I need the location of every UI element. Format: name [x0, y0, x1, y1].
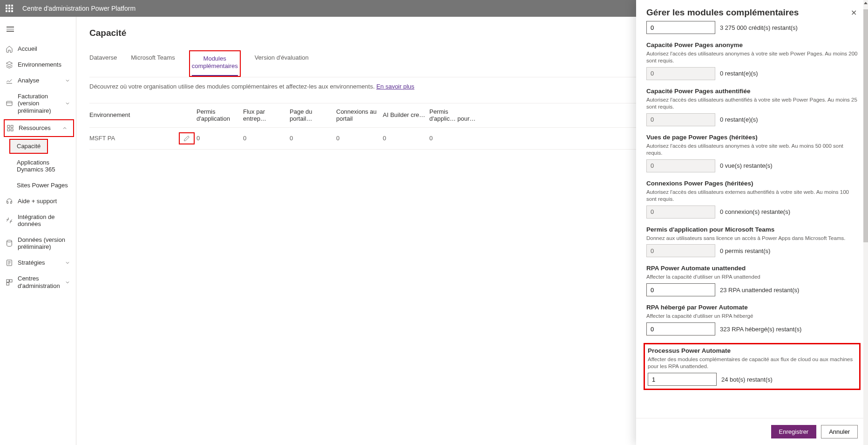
section-desc: Donnez aux utilisateurs sans licence un … [646, 235, 858, 242]
app-title: Centre d'administration Power Platform [22, 5, 136, 12]
nav-label: Centres d'administration [18, 275, 60, 289]
layers-icon [6, 61, 13, 68]
section-desc: Affecter des modules complémentaires de … [648, 356, 856, 370]
nav-powerpages[interactable]: Sites Power Pages [0, 178, 76, 193]
remaining-text: 3 275 000 crédit(s) restant(s) [720, 24, 798, 31]
nav-centres[interactable]: Centres d'administration [0, 271, 76, 294]
sidebar: Accueil Environnements Analyse Facturati… [0, 17, 76, 445]
panel-section: Capacité Power Pages anonymeAutorisez l'… [646, 41, 858, 80]
nav-label: Analyse [18, 77, 60, 84]
svg-rect-9 [7, 282, 9, 285]
tab-evaluation[interactable]: Version d'évaluation [255, 50, 309, 77]
svg-rect-0 [7, 101, 12, 105]
svg-rect-2 [11, 125, 13, 128]
database-icon [6, 240, 13, 247]
capacity-input[interactable] [646, 21, 715, 34]
scrollbar[interactable] [863, 0, 868, 445]
svg-rect-4 [11, 129, 13, 131]
hamburger-menu[interactable] [0, 21, 76, 38]
panel-section: Vues de page Power Pages (héritées)Autor… [646, 134, 858, 172]
chevron-down-icon [65, 260, 70, 266]
chevron-up-icon [62, 125, 68, 131]
remaining-text: 23 RPA unattended restant(s) [720, 287, 799, 294]
chevron-down-icon [65, 280, 70, 285]
remaining-text: 323 RPA hébergé(s) restant(s) [720, 326, 801, 333]
close-button[interactable]: ✕ [850, 7, 858, 18]
section-title: RPA hébergé par Power Automate [646, 304, 858, 311]
cell-value: 0 [383, 135, 429, 142]
nav-aide[interactable]: Aide + support [0, 193, 76, 209]
manage-addons-panel: Gérer les modules complémentaires ✕ 3 27… [636, 0, 868, 445]
svg-rect-7 [7, 280, 9, 282]
learn-more-link[interactable]: En savoir plus [376, 83, 414, 90]
resources-icon [7, 124, 14, 132]
scrollbar-up-icon[interactable] [864, 2, 868, 4]
env-cell: MSFT PA [89, 132, 197, 144]
panel-title: Gérer les modules complémentaires [646, 7, 799, 18]
capacity-input [646, 67, 715, 80]
remaining-text: 0 vue(s) restante(s) [720, 162, 773, 169]
panel-header: Gérer les modules complémentaires ✕ [636, 0, 868, 21]
nav-label: Capacité [17, 143, 41, 150]
scrollbar-thumb[interactable] [863, 9, 868, 242]
integration-icon [6, 217, 13, 224]
capacity-input[interactable] [648, 373, 717, 386]
nav-label: Aide + support [18, 198, 70, 205]
cell-value: 0 [290, 135, 336, 142]
nav-environnements[interactable]: Environnements [0, 57, 76, 73]
nav-integration[interactable]: Intégration de données [0, 209, 76, 232]
capacity-input[interactable] [646, 283, 715, 296]
capacity-input [646, 113, 715, 126]
svg-rect-8 [10, 280, 12, 282]
nav-strategies[interactable]: Stratégies [0, 255, 76, 271]
app-launcher-icon[interactable] [6, 5, 13, 12]
nav-dynamics365[interactable]: Applications Dynamics 365 [0, 155, 76, 178]
panel-section: Connexions Power Pages (héritées)Autoris… [646, 180, 858, 219]
svg-rect-1 [7, 125, 10, 128]
tab-teams[interactable]: Microsoft Teams [131, 50, 175, 77]
tab-modules[interactable]: Modules complémentaires [192, 51, 238, 76]
nav-label: Sites Power Pages [17, 182, 70, 189]
col-env: Environnement [89, 111, 197, 119]
section-desc: Autorisez l'accès des utilisateurs anony… [646, 50, 858, 64]
col-flux: Flux par entrep… [243, 108, 290, 123]
col-permis: Permis d'application [197, 108, 243, 123]
nav-analyse[interactable]: Analyse [0, 73, 76, 89]
chevron-down-icon [65, 101, 70, 106]
chart-icon [6, 77, 13, 84]
remaining-text: 24 bot(s) restant(s) [721, 376, 773, 383]
tab-dataverse[interactable]: Dataverse [89, 50, 117, 77]
col-page: Page du portail… [290, 108, 336, 123]
env-name: MSFT PA [89, 135, 115, 142]
panel-section: Capacité Power Pages authentifiéeAutoris… [646, 88, 858, 126]
nav-facturation[interactable]: Facturation (version préliminaire) [0, 89, 76, 119]
nav-ressources[interactable]: Ressources [5, 120, 73, 136]
chevron-down-icon [65, 78, 70, 83]
cell-value: 0 [243, 135, 290, 142]
panel-section: Processus Power AutomateAffecter des mod… [644, 343, 861, 390]
cell-value: 0 [336, 135, 383, 142]
section-desc: Affecter la capacité d'utiliser un RPA u… [646, 274, 858, 281]
capacity-input[interactable] [646, 322, 715, 335]
panel-section: RPA Power Automate unattendedAffecter la… [646, 265, 858, 296]
home-icon [6, 45, 13, 53]
cancel-button[interactable]: Annuler [821, 425, 858, 438]
panel-section: 3 275 000 crédit(s) restant(s) [646, 21, 858, 34]
svg-point-5 [7, 240, 12, 242]
panel-section: Permis d'application pour Microsoft Team… [646, 226, 858, 258]
nav-donnees[interactable]: Données (version préliminaire) [0, 232, 76, 255]
svg-rect-3 [7, 129, 10, 131]
nav-label: Données (version préliminaire) [18, 236, 70, 251]
billing-icon [6, 100, 13, 107]
save-button[interactable]: Enregistrer [771, 425, 817, 438]
cell-value: 0 [197, 135, 243, 142]
nav-accueil[interactable]: Accueil [0, 41, 76, 57]
edit-button[interactable] [179, 132, 195, 144]
remaining-text: 0 connexion(s) restante(s) [720, 208, 790, 215]
nav-label: Environnements [18, 61, 70, 68]
cell-value: 0 [429, 135, 476, 142]
remaining-text: 0 restant(e)(s) [720, 116, 758, 123]
capacity-input [646, 244, 715, 257]
remaining-text: 0 permis restant(s) [720, 247, 770, 254]
nav-capacite[interactable]: Capacité [10, 140, 47, 153]
